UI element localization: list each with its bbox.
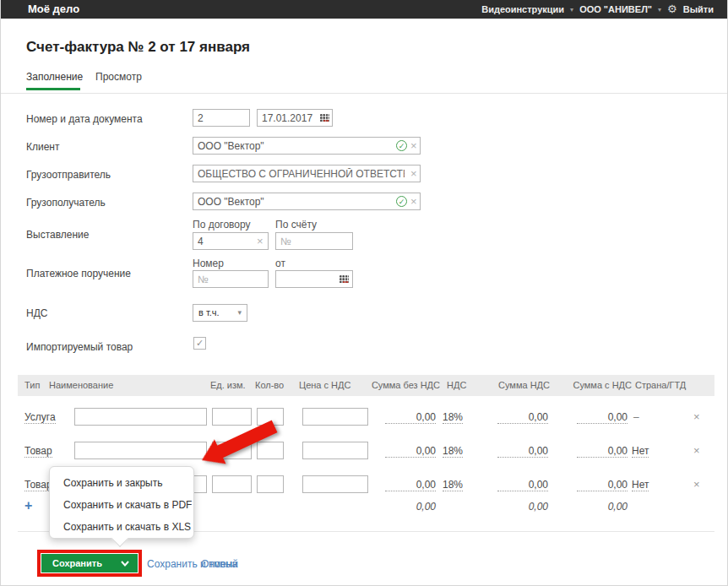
caret-down-icon: ▾: [570, 6, 573, 14]
row-sum-no-vat[interactable]: 0,00: [385, 411, 436, 424]
row-sum-with-vat[interactable]: 0,00: [577, 445, 627, 458]
payment-number-input[interactable]: [193, 270, 269, 288]
row-country: –: [633, 411, 639, 423]
shipper-input[interactable]: [193, 165, 421, 182]
app-logo: Моё дело: [28, 0, 79, 19]
row-name-input[interactable]: [74, 408, 207, 426]
calendar-icon[interactable]: [340, 275, 349, 284]
payment-number-label: Номер: [193, 258, 224, 269]
row-qty-input[interactable]: [257, 442, 284, 459]
clear-icon[interactable]: ×: [410, 196, 417, 207]
caret-down-icon: ▾: [658, 6, 661, 14]
col-unit: Ед. изм.: [210, 380, 246, 390]
row-price-input[interactable]: [302, 442, 368, 459]
active-tab-underline: [26, 88, 80, 90]
calendar-icon[interactable]: [320, 114, 329, 122]
row-country[interactable]: Нет: [632, 445, 649, 458]
col-price: Цена с НДС: [299, 380, 350, 390]
shipper-label: Грузоотправитель: [26, 169, 111, 181]
row-sum-with-vat[interactable]: 0,00: [577, 479, 627, 491]
row-qty-input[interactable]: [257, 408, 284, 426]
issuance-label: Выставление: [26, 229, 89, 241]
invoice-edit-page: Моё дело Видеоинструкции ▾ ООО "АНИВЕЛ" …: [0, 0, 728, 586]
delete-row-icon[interactable]: ×: [693, 410, 700, 423]
row-sum-no-vat[interactable]: 0,00: [385, 445, 436, 458]
col-vat: НДС: [447, 380, 466, 390]
row-sum-no-vat[interactable]: 0,00: [385, 479, 436, 491]
col-type: Тип: [24, 380, 40, 390]
clear-icon[interactable]: ×: [410, 140, 417, 151]
consignee-input[interactable]: [193, 193, 421, 210]
check-circle-icon: ✓: [396, 196, 407, 207]
col-name: Наименование: [49, 380, 113, 390]
row-type-link[interactable]: Товар: [24, 445, 52, 458]
clear-icon[interactable]: ×: [257, 236, 263, 247]
import-goods-label: Импортируемый товар: [26, 341, 133, 353]
tab-preview[interactable]: Просмотр: [95, 71, 142, 83]
col-sum-no-vat: Сумма без НДС: [364, 380, 440, 390]
by-invoice-label: По счёту: [275, 219, 317, 231]
number-date-label: Номер и дата документа: [26, 113, 143, 125]
topbar: Моё дело Видеоинструкции ▾ ООО "АНИВЕЛ" …: [1, 0, 727, 19]
chevron-down-icon: [121, 561, 129, 567]
consignee-label: Грузополучатель: [26, 197, 106, 209]
clear-icon[interactable]: ×: [410, 168, 417, 179]
tab-fill[interactable]: Заполнение: [26, 71, 83, 83]
total-sum-vat: 0,00: [497, 501, 548, 513]
total-sum-no-vat: 0,00: [385, 501, 436, 513]
vat-label: НДС: [26, 307, 47, 319]
row-vat-rate[interactable]: 18%: [443, 411, 463, 424]
client-input[interactable]: [193, 137, 421, 155]
payment-order-label: Платежное поручение: [26, 268, 131, 279]
row-sum-vat[interactable]: 0,00: [497, 479, 548, 491]
row-unit-input[interactable]: [212, 408, 252, 426]
row-vat-rate[interactable]: 18%: [443, 479, 463, 491]
video-instructions-menu[interactable]: Видеоинструкции: [481, 4, 564, 14]
menu-item-save-close[interactable]: Сохранить и закрыть: [50, 472, 193, 494]
cancel-link[interactable]: Отмена: [201, 558, 237, 570]
save-dropdown-menu: Сохранить и закрыть Сохранить и скачать …: [49, 466, 194, 539]
row-type-link[interactable]: Товар: [24, 479, 52, 491]
menu-item-save-pdf[interactable]: Сохранить и скачать в PDF: [50, 494, 193, 516]
save-button-label: Сохранить: [52, 558, 102, 568]
row-unit-input[interactable]: [212, 442, 252, 459]
document-number-input[interactable]: [193, 109, 250, 127]
row-price-input[interactable]: [302, 408, 368, 426]
col-sum-vat: Сумма НДС: [474, 380, 550, 390]
row-unit-input[interactable]: [212, 475, 252, 493]
row-price-input[interactable]: [302, 475, 368, 493]
row-type-link[interactable]: Услуга: [24, 411, 56, 424]
vat-select[interactable]: в т.ч. ▾: [193, 304, 247, 322]
vat-select-value: в т.ч.: [198, 307, 220, 317]
row-qty-input[interactable]: [257, 475, 284, 493]
company-menu[interactable]: ООО "АНИВЕЛ": [579, 4, 652, 14]
add-row-button[interactable]: +: [24, 498, 32, 513]
by-contract-label: По договору: [193, 219, 251, 231]
payment-date-label: от: [275, 258, 285, 269]
checkbox-check-icon: ✓: [196, 338, 204, 348]
topbar-right: Видеоинструкции ▾ ООО "АНИВЕЛ" ▾ ⚙ Выйти: [481, 0, 714, 19]
row-sum-with-vat[interactable]: 0,00: [577, 411, 627, 424]
row-country[interactable]: Нет: [632, 479, 649, 491]
row-sum-vat[interactable]: 0,00: [497, 445, 548, 458]
row-sum-vat[interactable]: 0,00: [497, 411, 548, 424]
total-sum-with-vat: 0,00: [577, 501, 627, 513]
tabs-separator: [1, 93, 727, 94]
client-label: Клиент: [26, 141, 60, 153]
caret-down-icon: ▾: [237, 308, 242, 317]
by-invoice-input[interactable]: [275, 232, 353, 250]
logout-link[interactable]: Выйти: [683, 4, 714, 14]
import-goods-checkbox[interactable]: ✓: [193, 337, 206, 350]
col-country: Страна/ГТД: [635, 380, 686, 390]
page-title: Счет-фактура № 2 от 17 января: [26, 39, 250, 56]
delete-row-icon[interactable]: ×: [693, 478, 700, 491]
save-button[interactable]: Сохранить: [41, 554, 138, 572]
row-vat-rate[interactable]: 18%: [443, 445, 463, 458]
delete-row-icon[interactable]: ×: [693, 444, 700, 457]
gear-icon[interactable]: ⚙: [667, 0, 677, 19]
check-circle-icon: ✓: [396, 140, 407, 151]
col-qty: Кол-во: [255, 380, 284, 390]
col-sum-with-vat: Сумма с НДС: [556, 380, 632, 390]
row-name-input[interactable]: [74, 442, 207, 459]
